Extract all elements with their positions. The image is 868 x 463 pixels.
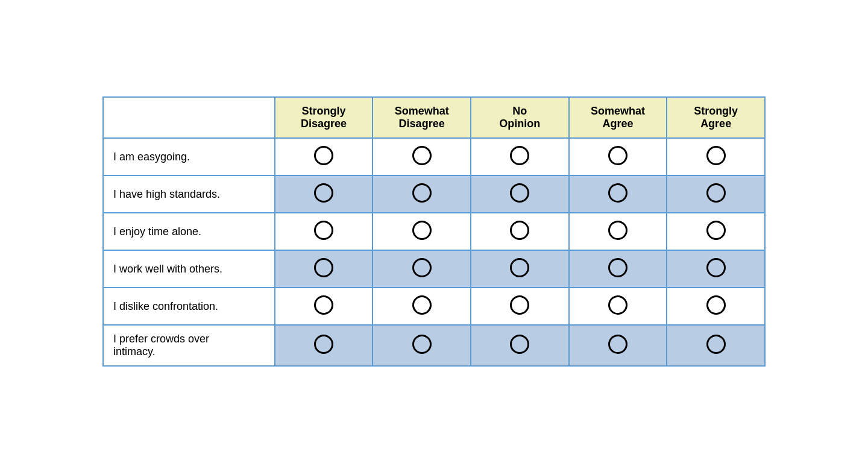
row-easygoing-strongly-agree-cell[interactable] bbox=[667, 138, 765, 175]
row-dislike-confrontation-somewhat-disagree-radio[interactable] bbox=[412, 295, 432, 315]
row-enjoy-alone-somewhat-agree-radio[interactable] bbox=[608, 221, 627, 240]
row-work-well-somewhat-disagree-radio[interactable] bbox=[412, 258, 432, 277]
row-high-standards: I have high standards. bbox=[103, 175, 765, 213]
row-work-well-strongly-agree-cell[interactable] bbox=[667, 250, 765, 288]
row-enjoy-alone-no-opinion-cell[interactable] bbox=[471, 213, 569, 250]
row-dislike-confrontation-somewhat-agree-radio[interactable] bbox=[608, 295, 627, 315]
row-easygoing-somewhat-disagree-cell[interactable] bbox=[373, 138, 471, 175]
empty-header bbox=[103, 97, 275, 138]
header-no-opinion: NoOpinion bbox=[471, 97, 569, 138]
row-prefer-crowds-strongly-agree-cell[interactable] bbox=[667, 325, 765, 366]
row-prefer-crowds-label: I prefer crowds overintimacy. bbox=[103, 325, 275, 366]
row-prefer-crowds-no-opinion-cell[interactable] bbox=[471, 325, 569, 366]
row-high-standards-strongly-agree-radio[interactable] bbox=[706, 183, 726, 203]
row-dislike-confrontation-strongly-agree-radio[interactable] bbox=[706, 295, 726, 315]
row-easygoing-strongly-disagree-radio[interactable] bbox=[314, 146, 333, 165]
row-work-well-strongly-disagree-cell[interactable] bbox=[275, 250, 373, 288]
row-easygoing-somewhat-agree-cell[interactable] bbox=[569, 138, 667, 175]
row-dislike-confrontation-somewhat-agree-cell[interactable] bbox=[569, 288, 667, 325]
row-prefer-crowds: I prefer crowds overintimacy. bbox=[103, 325, 765, 366]
row-easygoing: I am easygoing. bbox=[103, 138, 765, 175]
header-somewhat-disagree: SomewhatDisagree bbox=[373, 97, 471, 138]
row-high-standards-somewhat-disagree-radio[interactable] bbox=[412, 183, 432, 203]
row-enjoy-alone-strongly-agree-radio[interactable] bbox=[706, 221, 726, 240]
row-high-standards-strongly-disagree-cell[interactable] bbox=[275, 175, 373, 213]
row-dislike-confrontation-no-opinion-radio[interactable] bbox=[510, 295, 529, 315]
row-high-standards-label: I have high standards. bbox=[103, 175, 275, 213]
header-strongly-agree: StronglyAgree bbox=[667, 97, 765, 138]
row-high-standards-no-opinion-radio[interactable] bbox=[510, 183, 529, 203]
survey-table: StronglyDisagree SomewhatDisagree NoOpin… bbox=[102, 96, 766, 367]
row-high-standards-somewhat-agree-radio[interactable] bbox=[608, 183, 627, 203]
row-dislike-confrontation-strongly-agree-cell[interactable] bbox=[667, 288, 765, 325]
header-row: StronglyDisagree SomewhatDisagree NoOpin… bbox=[103, 97, 765, 138]
row-high-standards-no-opinion-cell[interactable] bbox=[471, 175, 569, 213]
row-prefer-crowds-somewhat-agree-cell[interactable] bbox=[569, 325, 667, 366]
row-work-well-strongly-disagree-radio[interactable] bbox=[314, 258, 333, 277]
row-easygoing-strongly-disagree-cell[interactable] bbox=[275, 138, 373, 175]
row-easygoing-no-opinion-cell[interactable] bbox=[471, 138, 569, 175]
row-work-well-somewhat-disagree-cell[interactable] bbox=[373, 250, 471, 288]
row-easygoing-no-opinion-radio[interactable] bbox=[510, 146, 529, 165]
row-work-well-no-opinion-radio[interactable] bbox=[510, 258, 529, 277]
row-easygoing-somewhat-disagree-radio[interactable] bbox=[412, 146, 432, 165]
row-dislike-confrontation-strongly-disagree-cell[interactable] bbox=[275, 288, 373, 325]
header-somewhat-agree: SomewhatAgree bbox=[569, 97, 667, 138]
row-enjoy-alone-somewhat-disagree-cell[interactable] bbox=[373, 213, 471, 250]
row-dislike-confrontation-no-opinion-cell[interactable] bbox=[471, 288, 569, 325]
row-work-well: I work well with others. bbox=[103, 250, 765, 288]
row-enjoy-alone-strongly-disagree-radio[interactable] bbox=[314, 221, 333, 240]
row-work-well-somewhat-agree-radio[interactable] bbox=[608, 258, 627, 277]
row-prefer-crowds-somewhat-disagree-cell[interactable] bbox=[373, 325, 471, 366]
row-prefer-crowds-somewhat-agree-radio[interactable] bbox=[608, 335, 627, 354]
row-enjoy-alone: I enjoy time alone. bbox=[103, 213, 765, 250]
row-easygoing-strongly-agree-radio[interactable] bbox=[706, 146, 726, 165]
row-work-well-somewhat-agree-cell[interactable] bbox=[569, 250, 667, 288]
row-dislike-confrontation-somewhat-disagree-cell[interactable] bbox=[373, 288, 471, 325]
row-easygoing-label: I am easygoing. bbox=[103, 138, 275, 175]
row-dislike-confrontation-strongly-disagree-radio[interactable] bbox=[314, 295, 333, 315]
row-easygoing-somewhat-agree-radio[interactable] bbox=[608, 146, 627, 165]
row-enjoy-alone-somewhat-disagree-radio[interactable] bbox=[412, 221, 432, 240]
row-prefer-crowds-strongly-disagree-radio[interactable] bbox=[314, 335, 333, 354]
row-dislike-confrontation-label: I dislike confrontation. bbox=[103, 288, 275, 325]
row-prefer-crowds-no-opinion-radio[interactable] bbox=[510, 335, 529, 354]
row-work-well-no-opinion-cell[interactable] bbox=[471, 250, 569, 288]
row-high-standards-strongly-disagree-radio[interactable] bbox=[314, 183, 333, 203]
row-enjoy-alone-somewhat-agree-cell[interactable] bbox=[569, 213, 667, 250]
row-high-standards-somewhat-disagree-cell[interactable] bbox=[373, 175, 471, 213]
header-strongly-disagree: StronglyDisagree bbox=[275, 97, 373, 138]
row-enjoy-alone-strongly-agree-cell[interactable] bbox=[667, 213, 765, 250]
row-work-well-label: I work well with others. bbox=[103, 250, 275, 288]
row-enjoy-alone-label: I enjoy time alone. bbox=[103, 213, 275, 250]
row-enjoy-alone-strongly-disagree-cell[interactable] bbox=[275, 213, 373, 250]
row-prefer-crowds-strongly-disagree-cell[interactable] bbox=[275, 325, 373, 366]
row-work-well-strongly-agree-radio[interactable] bbox=[706, 258, 726, 277]
row-high-standards-strongly-agree-cell[interactable] bbox=[667, 175, 765, 213]
row-prefer-crowds-somewhat-disagree-radio[interactable] bbox=[412, 335, 432, 354]
row-high-standards-somewhat-agree-cell[interactable] bbox=[569, 175, 667, 213]
row-enjoy-alone-no-opinion-radio[interactable] bbox=[510, 221, 529, 240]
row-dislike-confrontation: I dislike confrontation. bbox=[103, 288, 765, 325]
row-prefer-crowds-strongly-agree-radio[interactable] bbox=[706, 335, 726, 354]
